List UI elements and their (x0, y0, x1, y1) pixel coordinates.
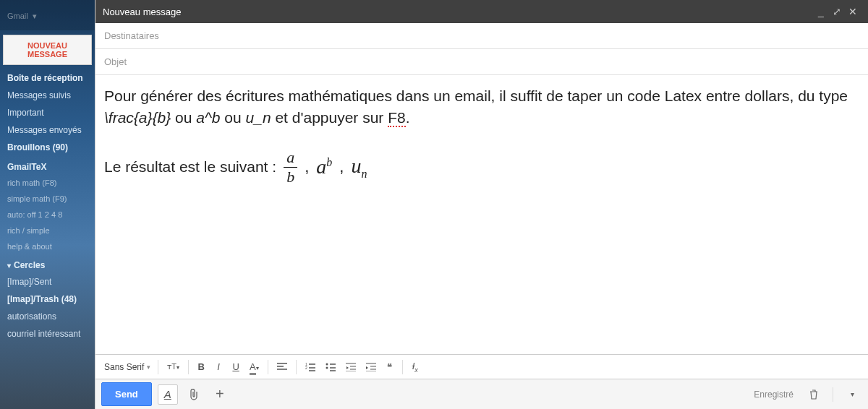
gmailtex-auto[interactable]: auto: off 1 2 4 8 (0, 207, 95, 223)
discard-icon[interactable] (804, 384, 824, 405)
message-body[interactable]: Pour générer des écritures mathématiques… (95, 75, 868, 354)
body-text: et d'appuyer sur (271, 109, 388, 126)
separator (188, 360, 189, 374)
attach-icon[interactable] (184, 384, 204, 405)
subject-field[interactable]: Objet (95, 49, 868, 75)
send-toolbar: Send A + Enregistré ▾ (95, 379, 868, 409)
gmailtex-section: GmailTeX (0, 156, 95, 175)
body-text: Le résultat est le suivant : (104, 156, 276, 178)
gmailtex-rich[interactable]: rich math (F8) (0, 175, 95, 191)
power-exponent: b (326, 156, 332, 168)
gmailtex-help[interactable]: help & about (0, 238, 95, 254)
sidebar-item-courriel[interactable]: courriel intéressant (0, 325, 95, 343)
gmail-logo-text: Gmail (7, 12, 28, 20)
format-toolbar: Sans Serif▾ ᴛT▾ B I U A▾ 12 ❝ Ix (95, 354, 868, 379)
bold-button[interactable]: B (193, 358, 209, 375)
math-subscript: un (351, 152, 367, 182)
svg-point-2 (326, 363, 328, 365)
separator (833, 387, 833, 402)
gmailtex-mode[interactable]: rich / simple (0, 223, 95, 238)
numbered-list-button[interactable]: 12 (301, 360, 320, 374)
sidebar-item-starred[interactable]: Messages suivis (0, 87, 95, 104)
text-color-button[interactable]: A▾ (245, 358, 263, 375)
font-selector[interactable]: Sans Serif▾ (101, 359, 153, 375)
math-fraction: a b (284, 150, 297, 185)
fraction-denominator: b (286, 168, 294, 185)
comma: , (305, 155, 309, 178)
compose-button[interactable]: NOUVEAU MESSAGE (3, 35, 92, 65)
saved-status: Enregistré (754, 389, 793, 400)
compose-title: Nouveau message (103, 7, 813, 17)
minimize-icon[interactable]: _ (813, 6, 829, 17)
sidebar-item-sent[interactable]: Messages envoyés (0, 121, 95, 139)
latex-code-power: a^b (196, 109, 220, 126)
circles-label: Cercles (14, 260, 45, 270)
key-f8: F8 (388, 109, 406, 127)
chevron-down-icon: ▾ (7, 262, 11, 270)
body-text: ou (171, 109, 196, 126)
body-text: . (406, 109, 410, 126)
indent-less-button[interactable] (341, 360, 360, 374)
recipients-field[interactable]: Destinataires (95, 23, 868, 49)
body-math-line: Le résultat est le suivant : a b , ab , … (104, 150, 859, 185)
sidebar-item-inbox[interactable]: Boîte de réception (0, 69, 95, 87)
gmailtex-simple[interactable]: simple math (F9) (0, 191, 95, 207)
gmail-logo-caret: ▾ (33, 12, 37, 20)
sidebar-item-imap-trash[interactable]: [Imap]/Trash (48) (0, 290, 95, 308)
subscript-base: u (351, 155, 361, 177)
caret-down-icon: ▾ (147, 363, 150, 371)
close-icon[interactable]: ✕ (845, 6, 861, 17)
gmail-logo[interactable]: Gmail ▾ (0, 0, 95, 30)
fraction-numerator: a (284, 150, 297, 168)
separator (296, 360, 297, 374)
power-base: a (316, 155, 326, 178)
svg-point-3 (326, 366, 328, 369)
format-toggle-button[interactable]: A (158, 384, 178, 405)
sidebar-item-important[interactable]: Important (0, 104, 95, 121)
indent-more-button[interactable] (362, 360, 380, 374)
send-button[interactable]: Send (101, 382, 152, 406)
sidebar: Gmail ▾ NOUVEAU MESSAGE Boîte de récepti… (0, 0, 95, 409)
font-size-button[interactable]: ᴛT▾ (163, 359, 184, 374)
body-text: Pour générer des écritures mathématiques… (104, 87, 848, 104)
circles-section[interactable]: ▾Cercles (0, 254, 95, 273)
math-power: ab (316, 152, 332, 182)
latex-code-subscript: u_n (246, 109, 271, 126)
align-button[interactable] (273, 360, 292, 374)
compose-header: Nouveau message _ ⤢ ✕ (95, 0, 868, 23)
quote-button[interactable]: ❝ (382, 358, 398, 375)
sidebar-item-autorisations[interactable]: autorisations (0, 308, 95, 325)
compose-window: Nouveau message _ ⤢ ✕ Destinataires Obje… (95, 0, 868, 409)
sidebar-item-imap-sent[interactable]: [Imap]/Sent (0, 273, 95, 290)
separator (402, 360, 403, 374)
more-options-button[interactable]: ▾ (842, 384, 862, 405)
body-paragraph-1: Pour générer des écritures mathématiques… (104, 85, 859, 129)
font-name: Sans Serif (104, 362, 144, 372)
maximize-icon[interactable]: ⤢ (829, 6, 845, 17)
bullet-list-button[interactable] (321, 360, 340, 374)
body-text: ou (221, 109, 246, 126)
separator (158, 360, 158, 374)
separator (268, 360, 268, 374)
subscript-index: n (361, 168, 367, 180)
insert-more-button[interactable]: + (210, 384, 230, 405)
underline-button[interactable]: U (228, 358, 244, 375)
remove-format-button[interactable]: Ix (407, 358, 423, 376)
italic-button[interactable]: I (210, 358, 226, 375)
sidebar-item-drafts[interactable]: Brouillons (90) (0, 139, 95, 156)
comma: , (339, 155, 344, 178)
latex-code-frac: \frac{a}{b} (104, 109, 171, 126)
svg-text:2: 2 (305, 366, 307, 370)
